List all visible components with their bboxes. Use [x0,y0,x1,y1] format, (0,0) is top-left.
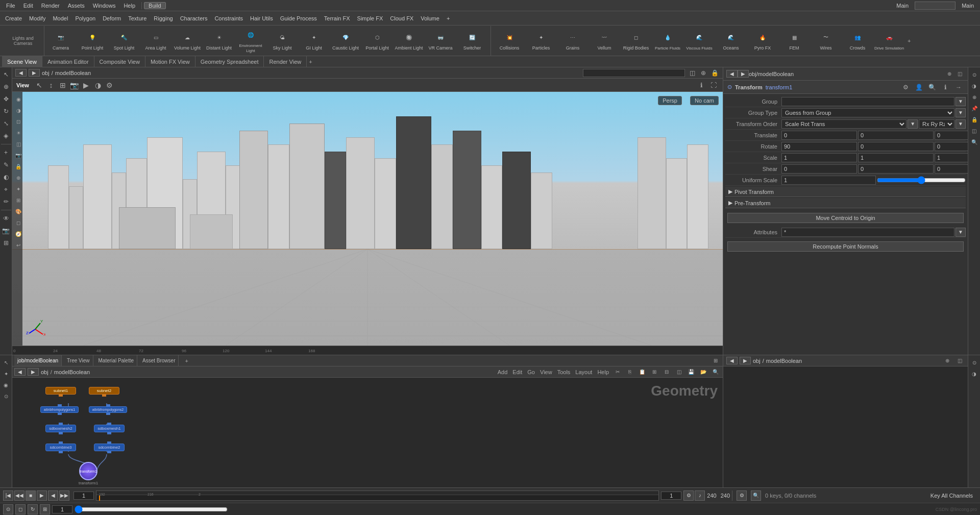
path-back-btn[interactable]: ◀ [15,69,27,77]
bottom-right-empty[interactable] [723,366,968,487]
rotate-x[interactable] [781,142,857,151]
rp-forward-btn[interactable]: ▶ [738,70,749,78]
bl-tool2[interactable]: ✦ [1,369,11,379]
light-oceans[interactable]: 🌊 Oceans [716,26,746,56]
tool-terrainfx[interactable]: Terrain FX [321,15,353,22]
attributes-btn[interactable]: ▼ [955,228,966,237]
ng-tool-right[interactable]: ⊞ [710,356,721,366]
brt-tool1[interactable]: ⊙ [969,357,979,367]
transformorder-btn2[interactable]: ▼ [955,119,966,129]
view-tool-render[interactable]: ▶ [81,80,91,90]
light-particles[interactable]: ✦ Particles [526,26,556,56]
uniformscale-slider[interactable] [877,177,966,184]
light-particlefluids[interactable]: 💧 Particle Fluids [652,26,683,56]
viewport-path-node[interactable]: modelBoolean [55,70,91,76]
ng-tool-layout[interactable]: Layout [574,369,594,375]
vp-tool-bg[interactable]: ◫ [13,139,23,149]
toolbar-plus[interactable]: + [444,15,453,22]
vp-tool-obj[interactable]: ◻ [13,217,23,228]
light-rigidbodies[interactable]: ◻ Rigid Bodies [621,26,651,56]
brt-tool2[interactable]: ◑ [969,369,979,379]
menu-help[interactable]: Help [119,3,139,9]
viewport-path-input[interactable] [583,69,685,77]
ng-tab-main[interactable]: job/modelBoolean [14,355,62,366]
transformorder-select[interactable]: Scale Rot Trans [781,119,906,129]
vp-tool-handle[interactable]: ✦ [13,184,23,194]
vp-tool-color[interactable]: 🎨 [13,206,23,216]
view-tool-move[interactable]: ↕ [46,80,56,90]
ng-tab-treeview[interactable]: Tree View [64,355,93,366]
tool-magnet[interactable]: ⌖ [1,184,11,194]
ng-icon-paste[interactable]: 📋 [637,367,647,377]
tool-hairutils[interactable]: Hair Utils [247,15,276,22]
tool-cloudfx[interactable]: Cloud FX [387,15,416,22]
ng-tool-tools[interactable]: Tools [556,369,572,375]
viewport-tool2[interactable]: ⊕ [698,68,708,78]
menu-edit[interactable]: Edit [19,3,37,9]
light-ambientlight[interactable]: 🔘 Ambient Light [394,26,424,56]
ng-tool-help[interactable]: Help [596,369,610,375]
menu-windows[interactable]: Windows [89,3,120,9]
ng-tab-assetbrowser[interactable]: Asset Browser [139,355,179,366]
tab-motionfx[interactable]: Motion FX View [145,56,195,67]
rp-person[interactable]: 👤 [914,82,924,92]
ng-forward-btn[interactable]: ▶ [28,368,39,376]
tb-tool2[interactable]: ◻ [15,504,26,514]
rotate-z[interactable] [935,142,968,151]
shear-y[interactable] [858,164,934,174]
tb-tool3[interactable]: ↻ [28,504,38,514]
pb-audio[interactable]: ♪ [695,491,705,501]
tb-frame-input[interactable] [52,505,72,513]
view-tool-select[interactable]: ↖ [34,80,44,90]
ng-icon-save[interactable]: 💾 [686,367,696,377]
grouptype-select[interactable]: Guess from Group [781,108,954,117]
menu-render[interactable]: Render [37,3,64,9]
light-spotlight[interactable]: 🔦 Spot Light [109,26,139,56]
view-tool-maximize[interactable]: ⛶ [708,80,719,90]
move-centroid-btn[interactable]: Move Centroid to Origin [727,213,964,223]
translate-z[interactable] [935,131,968,140]
node-attrib1[interactable]: attribfrompolygons1 [40,404,79,415]
vp-tool-snap[interactable]: ⊕ [13,173,23,183]
light-fem[interactable]: ▦ FEM [779,26,810,56]
tool-rigging[interactable]: Rigging [151,15,176,22]
light-grains[interactable]: ⋯ Grains [557,26,588,56]
light-gilight[interactable]: ✦ GI Light [299,26,329,56]
vp-tool-ref[interactable]: ⊞ [13,195,23,205]
node-sdboxmesh2[interactable]: sdboxmesh2 [45,423,76,434]
translate-x[interactable] [781,131,857,140]
tool-volume[interactable]: Volume [418,15,443,22]
tool-add[interactable]: + [1,148,11,158]
ng-icon-open[interactable]: 📂 [698,367,708,377]
tool-scale[interactable]: ⤡ [1,118,11,129]
rp-back-btn[interactable]: ◀ [726,70,738,78]
rp-bottom-node[interactable]: modelBoolean [766,358,802,364]
scale-x[interactable] [781,153,857,162]
bl-tool3[interactable]: ◉ [1,380,11,390]
pb-play[interactable]: ▶ [37,491,47,501]
light-camera[interactable]: 📷 Camera [45,26,76,56]
node-sdboxmesh1[interactable]: sdboxmesh1 [94,423,125,434]
tab-animeditor[interactable]: Animation Editor [42,56,94,67]
ng-icon-layout[interactable]: ◫ [674,367,684,377]
scale-z[interactable] [935,153,968,162]
shear-z[interactable] [935,164,968,174]
tool-modify[interactable]: Modify [26,15,48,22]
nocam-button[interactable]: No cam [690,96,719,105]
light-vrcamera[interactable]: 🥽 VR Camera [425,26,456,56]
node-canvas[interactable]: Geometry subnet1 [12,378,723,487]
view-tool-cam[interactable]: 📷 [69,80,80,90]
tb-tool4[interactable]: ⊞ [40,504,50,514]
tool-simplefx[interactable]: Simple FX [354,15,386,22]
node-attrib2[interactable]: attribfrompolygons2 [89,404,127,415]
view-tool-info[interactable]: ℹ [696,80,706,90]
ng-tool-go[interactable]: Go [526,369,536,375]
tool-guideprocess[interactable]: Guide Process [277,15,320,22]
keys-tool2[interactable]: 🔍 [751,491,761,501]
tool-model[interactable]: Model [50,15,71,22]
main-dropdown[interactable] [915,2,955,10]
group-btn[interactable]: ▼ [955,97,966,106]
bl-tool4[interactable]: ⊙ [1,391,11,401]
vp-tool-light[interactable]: ☀ [13,128,23,138]
recompute-normals-btn[interactable]: Recompute Point Normals [727,241,964,252]
